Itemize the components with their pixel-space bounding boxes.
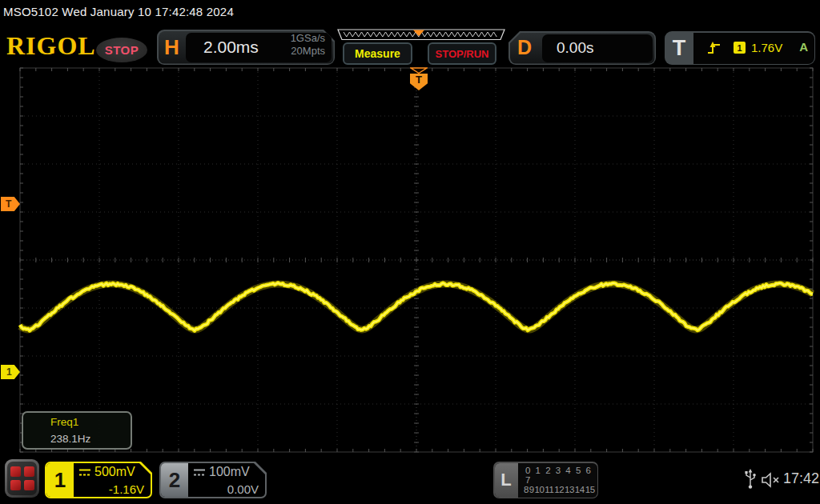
channel1-number: 1 (46, 463, 74, 497)
channel1-offset: -1.16V (109, 482, 144, 496)
trigger-label: T (673, 36, 686, 61)
acquisition-status-badge: STOP (96, 38, 147, 62)
horizontal-settings-box[interactable]: H 2.00ms 1GSa/s 20Mpts (157, 30, 335, 65)
menu-square (24, 480, 34, 490)
sample-rate-memdepth: 1GSa/s 20Mpts (291, 32, 325, 58)
trigger-mode: A (799, 40, 808, 54)
logic-channels-row1: 0 1 2 3 4 5 6 7 (525, 466, 598, 485)
measure-button[interactable]: Measure (343, 42, 412, 65)
waveform-preview-strip[interactable] (332, 29, 510, 42)
dc-coupling-icon (193, 468, 206, 477)
timebase-value: 2.00ms (203, 38, 259, 57)
clock: 17:42 (783, 470, 819, 487)
channel2-offset: 0.00V (227, 482, 259, 496)
red-grid-menu-pad (7, 462, 37, 495)
stop-run-button[interactable]: STOP/RUN (428, 42, 496, 65)
logic-analyzer-label: L (495, 463, 518, 498)
channel2-number: 2 (161, 463, 188, 497)
horizontal-label: H (164, 35, 179, 60)
logic-channels-row2: 8 9 10 11 12 13 14 15 (524, 485, 595, 494)
trigger-source-badge: 1 (734, 42, 746, 54)
trigger-position-notch-icon (410, 67, 428, 74)
sample-rate: 1GSa/s (291, 32, 325, 45)
delay-settings-box[interactable]: D 0.00s (508, 31, 656, 65)
dc-coupling-icon (78, 468, 91, 477)
usb-icon (744, 468, 757, 490)
measurement-value: 238.1Hz (50, 433, 90, 445)
oscilloscope-screen: MSO5102 Wed January 10 17:42:48 2024 RIG… (0, 0, 820, 504)
rising-edge-icon (706, 40, 722, 56)
memory-depth: 20Mpts (291, 45, 325, 58)
delay-label: D (517, 36, 532, 59)
trigger-tab: T (666, 33, 693, 64)
stop-run-button-label: STOP/RUN (436, 48, 489, 60)
trigger-level-value: 1.76V (751, 41, 782, 54)
trigger-settings-box[interactable]: T 1 1.76V A (665, 31, 815, 65)
channel1-box[interactable]: 1 500mV -1.16V (45, 462, 152, 498)
speaker-muted-icon[interactable] (761, 471, 782, 489)
rigol-logo: RIGOL (6, 31, 96, 61)
logic-analyzer-box[interactable]: L 0 1 2 3 4 5 6 7 8 9 10 11 12 13 14 15 (493, 462, 598, 498)
acquisition-status-label: STOP (105, 43, 139, 57)
menu-square (10, 466, 21, 477)
red-grid-menu-icon[interactable] (5, 459, 39, 498)
model-and-datetime: MSO5102 Wed January 10 17:42:48 2024 (3, 5, 234, 18)
measurement-panel[interactable]: Freq1 238.1Hz (22, 411, 132, 450)
measure-button-label: Measure (355, 47, 400, 60)
delay-value: 0.00s (557, 39, 593, 57)
channel2-scale: 100mV (209, 465, 250, 479)
graticule (0, 67, 820, 456)
channel2-box[interactable]: 2 100mV 0.00V (159, 462, 267, 498)
measurement-name: Freq1 (50, 416, 78, 428)
channel1-scale: 500mV (94, 465, 135, 479)
menu-square (24, 466, 34, 477)
menu-square (10, 480, 21, 490)
